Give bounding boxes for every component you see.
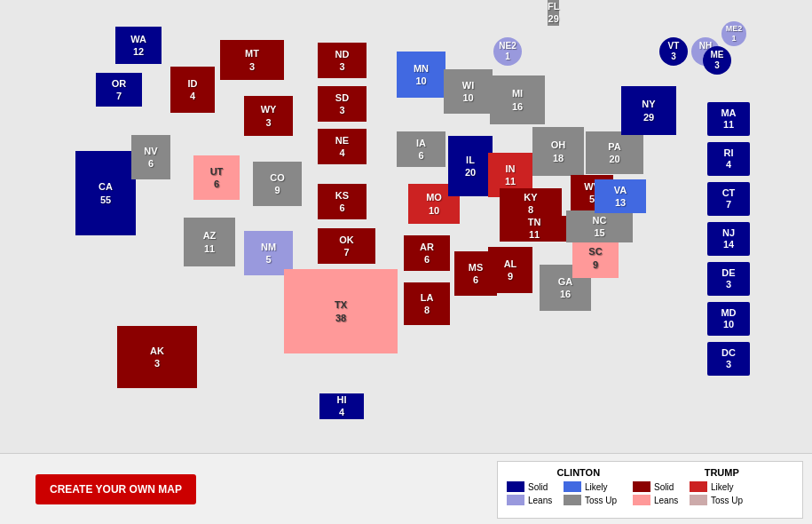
state-TN[interactable]: TN11: [500, 216, 569, 242]
trump-likely-label: Likely: [711, 482, 734, 492]
sidebar-state-MD[interactable]: MD10: [707, 302, 750, 336]
state-CO[interactable]: CO9: [253, 162, 302, 206]
sidebar-state-RI[interactable]: RI4: [707, 142, 750, 176]
state-OK[interactable]: OK7: [318, 228, 375, 264]
state-NE2[interactable]: NE21: [493, 37, 522, 66]
clinton-tossup-label: Toss Up: [585, 496, 629, 505]
sidebar-state-DC[interactable]: DC3: [707, 342, 750, 376]
create-own-map-button[interactable]: CREATE YOUR OWN MAP: [35, 474, 196, 504]
trump-leans-label: Leans: [654, 496, 686, 505]
state-ME2[interactable]: ME21: [721, 21, 746, 46]
state-ME[interactable]: ME3: [703, 46, 731, 75]
state-MN[interactable]: MN10: [397, 52, 445, 98]
state-OR[interactable]: OR7: [96, 73, 142, 107]
legend: CLINTON TRUMP Solid Likely Solid Likely …: [497, 461, 803, 519]
state-AK[interactable]: AK3: [117, 326, 197, 388]
state-KY[interactable]: KY8: [500, 188, 562, 218]
clinton-leans-label: Leans: [528, 496, 560, 505]
sidebar-state-NJ[interactable]: NJ14: [707, 222, 750, 256]
state-KS[interactable]: KS6: [318, 184, 367, 219]
state-CA[interactable]: CA55: [75, 151, 136, 235]
clinton-solid-label: Solid: [528, 482, 560, 492]
state-SC[interactable]: SC9: [572, 238, 619, 278]
trump-solid-box: [633, 481, 650, 492]
state-FL[interactable]: FL29: [548, 0, 559, 26]
state-AL[interactable]: AL9: [488, 247, 532, 293]
state-PA[interactable]: PA20: [586, 131, 643, 174]
state-MT[interactable]: MT3: [220, 40, 284, 80]
state-SD[interactable]: SD3: [318, 86, 367, 122]
trump-legend-header: TRUMP: [650, 467, 794, 478]
state-OH[interactable]: OH18: [532, 127, 584, 176]
state-VA[interactable]: VA13: [595, 179, 646, 213]
clinton-legend-header: CLINTON: [507, 467, 650, 478]
clinton-solid-box: [507, 481, 524, 492]
state-WA[interactable]: WA12: [115, 27, 162, 64]
state-TX[interactable]: TX38: [284, 269, 398, 353]
state-AR[interactable]: AR6: [404, 235, 450, 271]
sidebar-state-CT[interactable]: CT7: [707, 182, 750, 216]
trump-tossup-box: [690, 495, 707, 505]
state-AZ[interactable]: AZ11: [184, 218, 235, 266]
state-MI[interactable]: MI16: [490, 75, 545, 124]
state-HI[interactable]: HI4: [319, 393, 364, 419]
state-UT[interactable]: UT6: [193, 155, 240, 200]
state-NC[interactable]: NC15: [566, 210, 633, 242]
state-NV[interactable]: NV6: [131, 135, 170, 179]
trump-solid-label: Solid: [654, 482, 686, 492]
state-NY[interactable]: NY29: [621, 86, 676, 135]
clinton-likely-label: Likely: [585, 482, 629, 492]
state-IL[interactable]: IL20: [448, 136, 493, 196]
state-WY[interactable]: WY3: [244, 96, 293, 136]
state-ND[interactable]: ND3: [318, 43, 367, 78]
clinton-leans-box: [507, 495, 524, 505]
trump-leans-box: [633, 495, 650, 505]
trump-likely-box: [690, 481, 707, 492]
clinton-tossup-box: [564, 495, 581, 505]
sidebar-state-DE[interactable]: DE3: [707, 262, 750, 296]
state-ID[interactable]: ID4: [170, 67, 215, 113]
clinton-likely-box: [564, 481, 581, 492]
state-VT[interactable]: VT3: [659, 37, 688, 66]
electoral-map: WA12 OR7 CA55 NV6 ID4 MT3 WY3 UT6 AZ11 C…: [0, 0, 812, 453]
state-NE[interactable]: NE4: [318, 129, 367, 164]
state-WI[interactable]: WI10: [444, 69, 493, 114]
sidebar-state-MA[interactable]: MA11: [707, 102, 750, 136]
state-LA[interactable]: LA8: [404, 282, 450, 325]
state-IA[interactable]: IA6: [397, 131, 445, 167]
trump-tossup-label: Toss Up: [711, 496, 743, 505]
